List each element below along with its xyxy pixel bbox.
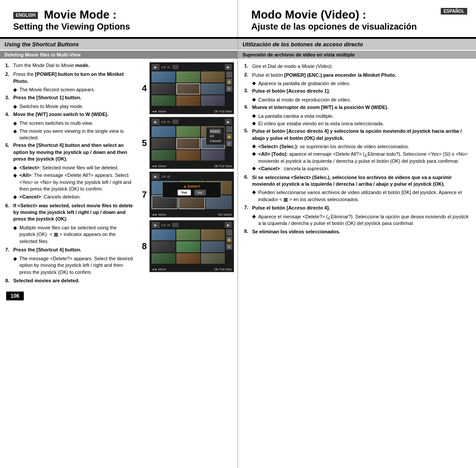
bullet-3-1: ◆ Switches to Movie play mode. bbox=[13, 103, 134, 110]
bullet-5-1: ◆ <Select>: Selected movie files will be… bbox=[13, 165, 134, 172]
bullet-6-1: ◆ Multiple movie files can be selected u… bbox=[13, 225, 134, 245]
left-sub-heading: Deleting Movie files in Multi-View bbox=[0, 51, 238, 59]
screenshots-column: 4 ▶ 1/6 IN ▶ bbox=[137, 62, 234, 286]
no-btn[interactable]: No bbox=[194, 190, 206, 195]
screen5-bottombar: ◄► Move OK Full View bbox=[152, 165, 232, 168]
screenshot-8: 8 ▶ 1/6 IN ▶ bbox=[137, 220, 234, 272]
r-step-1: 1. Gire el Dial de modo a Movie (Video). bbox=[244, 63, 471, 70]
screen4-side-icons: 🔒 🗑 bbox=[226, 71, 232, 92]
screen4-label: 4 bbox=[137, 83, 147, 94]
r-step-7: 7. Pulse el botón [Acceso directo 4]. bbox=[244, 205, 471, 211]
screen7-label: 7 bbox=[137, 190, 147, 200]
r-step-3: 3. Pulse el botón [Acceso directo 1]. bbox=[244, 88, 471, 94]
bullet-5-3: ◆ <Cancel>: Cancels deletion. bbox=[13, 194, 134, 201]
screenshot-4: 4 ▶ 1/6 IN ▶ bbox=[137, 62, 234, 114]
bullet-7-1: ◆ The message <Delete?> appears. Select … bbox=[13, 255, 134, 276]
screen4-grid bbox=[152, 71, 225, 106]
screen8-grid bbox=[152, 229, 225, 264]
page-number-area: 106 bbox=[0, 288, 238, 304]
bullet-1-1: ◆ The Movie Record screen appears. bbox=[13, 86, 134, 94]
bullet-4-2: ◆ The movie you were viewing in the sing… bbox=[13, 128, 134, 142]
r-bullet-3-1: ◆ Cambia al modo de reproducción de víde… bbox=[252, 97, 471, 103]
right-steps: 1. Gire el Dial de modo a Movie (Video).… bbox=[238, 61, 476, 239]
screen8-topbar: ▶ 1/6 IN bbox=[152, 222, 178, 228]
screen5-select-menu: Select All Cancel bbox=[206, 127, 225, 145]
r-bullet-2-1: ◆ Aparece la pantalla de grabación de ví… bbox=[252, 80, 471, 87]
step-5: 5. Press the [Shortcut 4] button and the… bbox=[5, 142, 134, 162]
r-bullet-7-1: ◆ Aparece el mensaje <Delete?> (¿Elimina… bbox=[252, 213, 471, 227]
screen4-right-icon: ▶ bbox=[225, 64, 232, 70]
header-right: Modo Movie (Video) : Ajuste de las opcio… bbox=[238, 0, 476, 37]
r-bullet-4-2: ◆ El vídeo que estaba viendo en la vista… bbox=[252, 120, 471, 127]
r-step-8: 8. Se eliminan los vídeos seleccionados. bbox=[244, 228, 471, 235]
screen5-side-icons: 🔒 🗑 bbox=[226, 126, 232, 146]
spanish-title-line1: Modo Movie (Video) : bbox=[251, 8, 417, 22]
step-1: 1. Turn the Mode Dial to Movie mode. bbox=[5, 62, 134, 69]
screen8-bottombar: ◄► Move OK Full View bbox=[152, 268, 232, 271]
r-bullet-5-1: ◆ <Select> (Selec.): se suprimirán los a… bbox=[252, 143, 471, 150]
r-bullet-4-1: ◆ La pantalla cambia a vista múltiple. bbox=[252, 113, 471, 120]
step-2: 2. Press the [POWER] button to turn on t… bbox=[5, 71, 134, 85]
english-title-line1: ENGLISH Movie Mode : bbox=[13, 8, 229, 22]
left-column: Using the Shortcut Buttons Deleting Movi… bbox=[0, 39, 238, 468]
screen8-label: 8 bbox=[137, 241, 147, 251]
header: ENGLISH Movie Mode : Setting the Viewing… bbox=[0, 0, 476, 38]
page-number: 106 bbox=[6, 292, 24, 300]
english-title-line2: Setting the Viewing Options bbox=[13, 22, 229, 32]
spanish-title-line2: Ajuste de las opciones de visualización bbox=[251, 22, 417, 32]
screen5-label: 5 bbox=[137, 138, 147, 148]
right-sub-heading: Supresión de archivos de vídeo en vista … bbox=[238, 51, 476, 59]
screen7-delete-dialog: ▲ Delete? Yes No bbox=[162, 182, 221, 198]
r-bullet-6-1: ◆ Pueden seleccionarse varios archivos d… bbox=[252, 189, 471, 203]
right-section-heading: Utilización de los botones de acceso dir… bbox=[238, 39, 476, 50]
screen5-box: ▶ 1/6 IN ▶ bbox=[149, 117, 234, 169]
screen7-bottombar: ◄► Move OK Select bbox=[152, 213, 232, 216]
screen5-topbar: ▶ 1/6 IN bbox=[152, 119, 178, 125]
step-3: 3. Press the [Shortcut 1] button. bbox=[5, 94, 134, 101]
screen8-side-icons: 🔒 🗑 bbox=[226, 229, 232, 250]
bullet-4-1: ◆ The screen switches to multi-view. bbox=[13, 120, 134, 127]
yes-btn[interactable]: Yes bbox=[178, 190, 191, 195]
right-column: Utilización de los botones de acceso dir… bbox=[238, 39, 476, 468]
screen7-topbar: ▶ 1/6 IN bbox=[152, 173, 170, 180]
bullet-5-2: ◆ <All>: The message <Delete All?> appea… bbox=[13, 172, 134, 192]
screen7-box: ▶ 1/6 IN bbox=[149, 172, 234, 217]
header-left: ENGLISH Movie Mode : Setting the Viewing… bbox=[0, 0, 238, 37]
r-step-5: 5. Pulse el botón [Acceso directo 4] y s… bbox=[244, 128, 471, 142]
step-6: 6. If <Select> was selected, select movi… bbox=[5, 202, 134, 223]
step-8: 8. Selected movies are deleted. bbox=[5, 277, 134, 285]
spanish-badge: ESPAÑOL bbox=[441, 8, 467, 15]
screen4-bottombar: ◄► Move OK Full View bbox=[152, 110, 232, 113]
step-7: 7. Press the [Shortcut 4] button. bbox=[5, 247, 134, 254]
screenshot-7: 7 ▶ 1/6 IN bbox=[137, 172, 234, 217]
screen8-right-icon: ▶ bbox=[225, 222, 232, 228]
page: ENGLISH Movie Mode : Setting the Viewing… bbox=[0, 0, 476, 468]
main-content: Using the Shortcut Buttons Deleting Movi… bbox=[0, 38, 476, 468]
r-bullet-5-3: ◆ <Cancel> : cancela la supresión. bbox=[252, 165, 471, 172]
r-step-2: 2. Pulse el botón [POWER] (ENC.) para en… bbox=[244, 72, 471, 79]
screen5-right-icon: ▶ bbox=[225, 119, 232, 125]
r-step-4: 4. Mueva el interruptor de zoom [W/T] a … bbox=[244, 104, 471, 111]
screen4-box: ▶ 1/6 IN ▶ bbox=[149, 62, 234, 114]
delete-buttons: Yes No bbox=[166, 190, 217, 195]
screenshot-5: 5 ▶ 1/6 IN ▶ bbox=[137, 117, 234, 169]
screen8-box: ▶ 1/6 IN ▶ bbox=[149, 220, 234, 272]
r-bullet-5-2: ◆ <All> (Todo): aparece el mensaje <Dele… bbox=[252, 151, 471, 165]
left-section-heading: Using the Shortcut Buttons bbox=[0, 39, 238, 50]
english-badge: ENGLISH bbox=[13, 12, 38, 19]
screen4-topbar: ▶ 1/6 IN bbox=[152, 64, 178, 70]
r-step-6: 6. Si se selecciona <Select> (Selec.), s… bbox=[244, 174, 471, 188]
left-steps: 1. Turn the Mode Dial to Movie mode. 2. … bbox=[5, 62, 134, 286]
step-4: 4. Move the [W/T] zoom switch to W (WIDE… bbox=[5, 111, 134, 118]
